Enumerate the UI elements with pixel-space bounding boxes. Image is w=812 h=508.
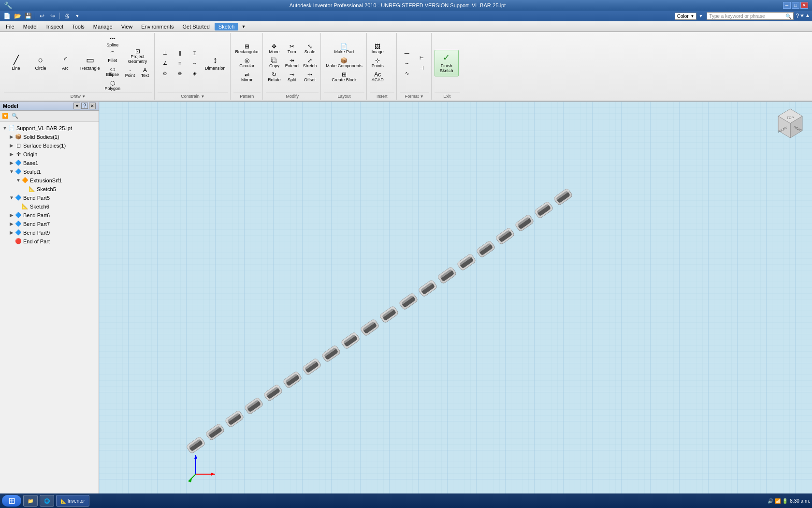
community-button[interactable]: ★: [800, 13, 804, 19]
tree-item-sculpt1[interactable]: ▼🔷Sculpt1: [0, 167, 99, 176]
qa-redo-button[interactable]: ↪: [48, 12, 58, 20]
make-part-button[interactable]: 📄 Make Part: [324, 42, 364, 56]
tree-item-endofpart[interactable]: 🔴End of Part: [0, 237, 99, 246]
menu-inspect[interactable]: Inspect: [43, 23, 67, 30]
menu-view[interactable]: View: [117, 23, 137, 30]
tree-item-bendpart7[interactable]: ▶🔷Bend Part7: [0, 220, 99, 228]
constrain-btn-9[interactable]: ◈: [188, 68, 202, 78]
image-button[interactable]: 🖼 Image: [370, 42, 386, 56]
menu-get-started[interactable]: Get Started: [179, 23, 214, 30]
format-btn-1[interactable]: —: [400, 48, 414, 58]
qa-undo-button[interactable]: ↩: [37, 12, 47, 20]
style-selector[interactable]: ▼: [698, 14, 703, 18]
tree-expand-extrusion[interactable]: ▼: [15, 178, 21, 183]
menu-manage[interactable]: Manage: [89, 23, 116, 30]
start-button[interactable]: ⊞: [2, 495, 21, 507]
copy-button[interactable]: ⿻ Copy: [266, 56, 283, 70]
format-btn-3[interactable]: ∿: [400, 68, 414, 78]
panel-search-button[interactable]: 🔍: [11, 112, 19, 120]
constrain-btn-6[interactable]: ↔: [188, 58, 202, 68]
tree-expand-root[interactable]: ▼: [2, 125, 8, 131]
constrain-btn-5[interactable]: ≡: [173, 58, 187, 68]
tree-expand-bendpart6[interactable]: ▶: [9, 212, 14, 218]
ellipse-button[interactable]: ⬭ Ellipse: [103, 65, 123, 78]
tree-item-extrusion[interactable]: ▼🔶ExtrusionSrf1: [0, 176, 99, 185]
qa-more-button[interactable]: ▼: [72, 12, 82, 20]
project-geometry-button[interactable]: ⊡ ProjectGeometry: [123, 47, 152, 65]
taskbar-browser-button[interactable]: 🌐: [40, 495, 54, 507]
tree-item-bendpart9[interactable]: ▶🔷Bend Part9: [0, 228, 99, 237]
constrain-btn-7[interactable]: ⊙: [158, 68, 172, 78]
menu-tools[interactable]: Tools: [68, 23, 88, 30]
constrain-btn-2[interactable]: ∥: [173, 48, 187, 58]
tree-item-root[interactable]: ▼📄Support_VL-BAR-25.ipt: [0, 124, 99, 133]
tree-expand-bendpart7[interactable]: ▶: [9, 221, 14, 227]
tree-item-origin[interactable]: ▶✛Origin: [0, 150, 99, 159]
format-btn-4[interactable]: ⊢: [415, 53, 429, 63]
qa-print-button[interactable]: 🖨: [62, 12, 72, 20]
color-selector[interactable]: Color ▼: [675, 13, 697, 20]
rectangle-button[interactable]: ▭ Rectangle: [78, 50, 102, 76]
extend-button[interactable]: ↠ Extend: [283, 56, 301, 70]
tree-item-bendpart5[interactable]: ▼🔷Bend Part5: [0, 194, 99, 202]
tree-expand-bendpart5[interactable]: ▼: [9, 195, 14, 201]
acad-button[interactable]: Ac ACAD: [370, 70, 386, 84]
tree-expand-surface[interactable]: ▶: [9, 143, 14, 149]
close-button[interactable]: ✕: [800, 2, 808, 9]
panel-close-button[interactable]: ✕: [89, 103, 96, 109]
text-button[interactable]: A Text: [138, 66, 152, 79]
arc-button[interactable]: ◜ Arc: [53, 50, 77, 76]
constrain-group-label[interactable]: Constrain ▼: [158, 92, 228, 99]
menu-model[interactable]: Model: [19, 23, 42, 30]
tree-expand-origin[interactable]: ▶: [9, 151, 14, 157]
spline-button[interactable]: 〜 Spline: [103, 34, 123, 49]
mirror-button[interactable]: ⇌ Mirror: [233, 70, 261, 84]
menu-environments[interactable]: Environments: [137, 23, 177, 30]
constrain-btn-8[interactable]: ⊚: [173, 68, 187, 78]
rotate-button[interactable]: ↻ Rotate: [266, 70, 283, 84]
panel-filter-button[interactable]: 🔽: [1, 112, 10, 120]
help-search-button[interactable]: ?: [796, 13, 799, 19]
tree-item-surface[interactable]: ▶◻Surface Bodies(1): [0, 141, 99, 150]
constrain-btn-4[interactable]: ∠: [158, 58, 172, 68]
tree-item-base1[interactable]: ▶🔷Base1: [0, 159, 99, 167]
tree-item-solid[interactable]: ▶📦Solid Bodies(1): [0, 133, 99, 141]
trim-button[interactable]: ✂ Trim: [283, 42, 301, 56]
format-group-label[interactable]: Format ▼: [400, 92, 429, 99]
menu-file[interactable]: File: [2, 23, 18, 30]
circular-button[interactable]: ◎ Circular: [233, 56, 261, 70]
search-box[interactable]: Type a keyword or phrase 🔍: [707, 12, 794, 20]
offset-button[interactable]: ⤞ Offset: [301, 70, 319, 84]
maximize-button[interactable]: □: [792, 2, 799, 9]
minimize-button[interactable]: ─: [783, 2, 791, 9]
dimension-button[interactable]: ↕ Dimension: [203, 50, 228, 76]
split-button[interactable]: ⊸ Split: [283, 70, 301, 84]
tree-item-sketch5[interactable]: 📐Sketch5: [0, 185, 99, 194]
constrain-btn-1[interactable]: ⊥: [158, 48, 172, 58]
tree-expand-bendpart9[interactable]: ▶: [9, 230, 14, 236]
tree-item-sketch6[interactable]: 📐Sketch6: [0, 202, 99, 211]
tree-expand-base1[interactable]: ▶: [9, 160, 14, 166]
tree-expand-sketch5[interactable]: [22, 186, 28, 192]
panel-dropdown-button[interactable]: ▼: [73, 103, 80, 109]
make-components-button[interactable]: 📦 Make Components: [324, 56, 364, 70]
format-btn-5[interactable]: ⊣: [415, 63, 429, 73]
point-button[interactable]: · Point: [123, 66, 137, 79]
expand-button[interactable]: ▲: [805, 13, 810, 19]
stretch-button[interactable]: ⤢ Stretch: [301, 56, 319, 70]
rectangular-button[interactable]: ⊞ Rectangular: [233, 42, 261, 56]
view-cube[interactable]: TOP RIGHT FRONT: [773, 106, 807, 140]
move-button[interactable]: ✥ Move: [266, 42, 283, 56]
taskbar-explorer-button[interactable]: 📁: [23, 495, 38, 507]
polygon-button[interactable]: ⬡ Polygon: [103, 79, 123, 92]
scale-button[interactable]: ⤡ Scale: [301, 42, 319, 56]
taskbar-inventor-button[interactable]: 📐 Inventor: [56, 495, 89, 507]
circle-button[interactable]: ○ Circle: [29, 50, 53, 76]
qa-save-button[interactable]: 💾: [23, 12, 33, 20]
finish-sketch-button[interactable]: ✓ FinishSketch: [435, 50, 459, 76]
points-button[interactable]: ⊹ Points: [370, 56, 386, 70]
line-button[interactable]: ╱ Line: [4, 50, 28, 76]
tree-expand-sculpt1[interactable]: ▼: [9, 169, 14, 175]
tree-expand-solid[interactable]: ▶: [9, 134, 14, 140]
constrain-btn-3[interactable]: ⌶: [188, 48, 202, 58]
